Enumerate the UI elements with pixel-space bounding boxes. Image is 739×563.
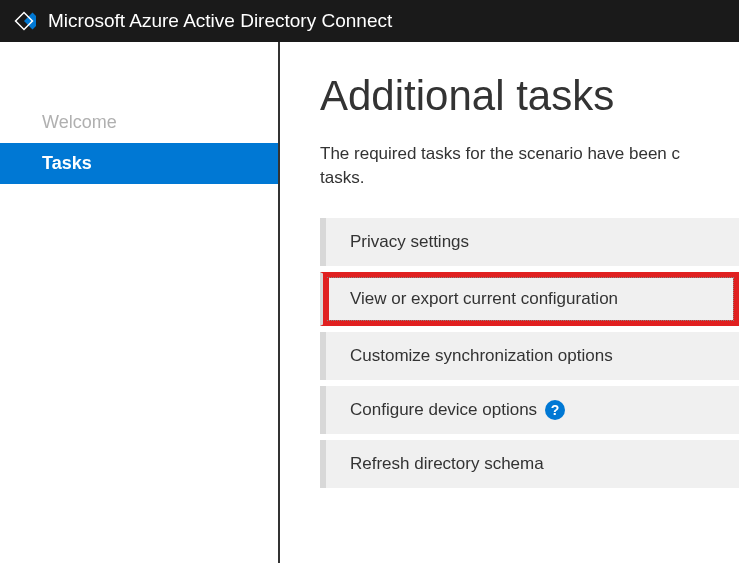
content-area: Welcome Tasks Additional tasks The requi… [0, 42, 739, 563]
task-label: Privacy settings [350, 232, 469, 252]
task-list: Privacy settings View or export current … [320, 218, 739, 488]
task-label: Configure device options [350, 400, 537, 420]
main-panel: Additional tasks The required tasks for … [280, 42, 739, 563]
sidebar-item-tasks[interactable]: Tasks [0, 143, 278, 184]
task-label: View or export current configuration [350, 289, 618, 309]
task-label: Refresh directory schema [350, 454, 544, 474]
window-title: Microsoft Azure Active Directory Connect [48, 10, 392, 32]
sidebar-item-label: Tasks [42, 153, 92, 173]
azure-logo-icon [12, 9, 36, 33]
sidebar: Welcome Tasks [0, 42, 280, 563]
titlebar: Microsoft Azure Active Directory Connect [0, 0, 739, 42]
sidebar-item-label: Welcome [42, 112, 117, 132]
page-description: The required tasks for the scenario have… [320, 142, 739, 190]
sidebar-item-welcome[interactable]: Welcome [0, 102, 278, 143]
task-refresh-schema[interactable]: Refresh directory schema [320, 440, 739, 488]
task-label: Customize synchronization options [350, 346, 613, 366]
task-customize-sync[interactable]: Customize synchronization options [320, 332, 739, 380]
task-privacy-settings[interactable]: Privacy settings [320, 218, 739, 266]
task-configure-device[interactable]: Configure device options ? [320, 386, 739, 434]
page-heading: Additional tasks [320, 72, 739, 120]
task-view-export-config[interactable]: View or export current configuration [320, 272, 739, 326]
help-icon[interactable]: ? [545, 400, 565, 420]
